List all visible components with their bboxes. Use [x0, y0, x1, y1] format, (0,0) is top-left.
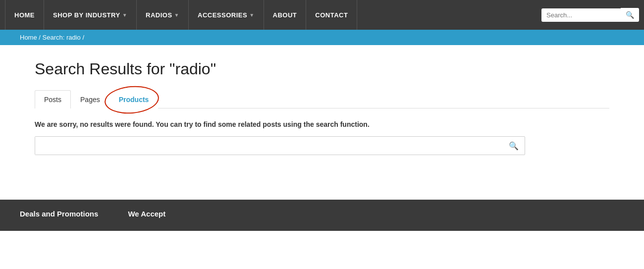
nav-links: HOME SHOP BY INDUSTRY ▼ RADIOS ▼ ACCESSO… — [5, 0, 357, 30]
tab-pages[interactable]: Pages — [71, 90, 109, 108]
nav-search-input[interactable] — [541, 8, 621, 22]
page-title: Search Results for "radio" — [35, 60, 609, 78]
breadcrumb-search: Search: radio — [43, 34, 81, 41]
chevron-down-icon: ▼ — [174, 12, 179, 18]
footer-col1-title: Deals and Promotions — [20, 210, 98, 218]
nav-shop-label: SHOP BY INDUSTRY — [53, 11, 120, 19]
footer-col2-title: We Accept — [128, 210, 165, 218]
main-nav: HOME SHOP BY INDUSTRY ▼ RADIOS ▼ ACCESSO… — [0, 0, 644, 30]
nav-contact-label: CONTACT — [315, 11, 348, 19]
search-button[interactable]: 🔍 — [503, 137, 525, 155]
footer-cols: Deals and Promotions We Accept — [20, 210, 624, 221]
main-content: Search Results for "radio" Posts Pages P… — [15, 45, 629, 170]
breadcrumb: Home / Search: radio / — [0, 30, 644, 45]
tabs: Posts Pages Products — [35, 90, 609, 108]
nav-search: 🔍 — [541, 8, 639, 22]
footer-col-deals: Deals and Promotions — [20, 210, 98, 221]
nav-home-label: HOME — [14, 11, 35, 19]
tab-posts[interactable]: Posts — [35, 90, 71, 108]
nav-about[interactable]: ABOUT — [264, 0, 307, 30]
tab-products[interactable]: Products — [109, 90, 159, 108]
search-input[interactable] — [35, 137, 503, 155]
no-results-text: We are sorry, no results were found. You… — [35, 120, 609, 128]
nav-accessories[interactable]: ACCESSORIES ▼ — [189, 0, 264, 30]
nav-search-button[interactable]: 🔍 — [621, 8, 639, 22]
nav-home[interactable]: HOME — [5, 0, 44, 30]
products-tab-wrapper: Products — [109, 90, 159, 108]
nav-radios-label: RADIOS — [146, 11, 172, 19]
footer-col-accept: We Accept — [128, 210, 165, 221]
nav-accessories-label: ACCESSORIES — [198, 11, 247, 19]
breadcrumb-sep1: / — [37, 34, 43, 41]
footer: Deals and Promotions We Accept — [0, 200, 644, 231]
chevron-down-icon: ▼ — [249, 12, 254, 18]
nav-radios[interactable]: RADIOS ▼ — [137, 0, 189, 30]
nav-contact[interactable]: CONTACT — [306, 0, 357, 30]
nav-about-label: ABOUT — [273, 11, 297, 19]
search-icon: 🔍 — [509, 142, 519, 150]
chevron-down-icon: ▼ — [122, 12, 127, 18]
breadcrumb-home[interactable]: Home — [20, 34, 37, 41]
breadcrumb-sep2: / — [81, 34, 84, 41]
search-box: 🔍 — [35, 136, 525, 155]
nav-shop-by-industry[interactable]: SHOP BY INDUSTRY ▼ — [44, 0, 137, 30]
